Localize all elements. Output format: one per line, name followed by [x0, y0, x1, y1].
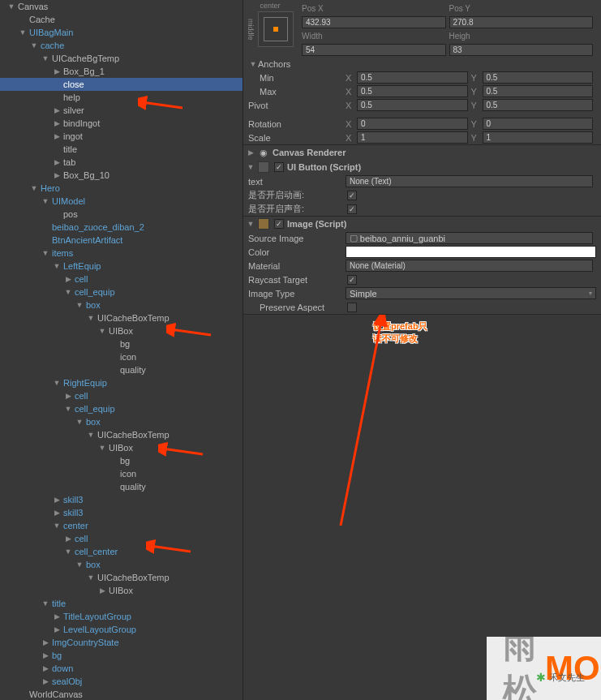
hierarchy-item[interactable]: pos — [0, 208, 243, 221]
hierarchy-item[interactable]: LevelLayoutGroup — [0, 623, 243, 636]
foldout-icon[interactable] — [52, 106, 62, 114]
hierarchy-item[interactable]: box — [0, 415, 243, 428]
foldout-icon[interactable] — [52, 612, 62, 621]
foldout-icon[interactable] — [86, 314, 96, 322]
hierarchy-item[interactable]: ImgCountryState — [0, 636, 243, 649]
hierarchy-item[interactable]: beibao_zuoce_diban_2 — [0, 221, 243, 234]
hierarchy-item[interactable]: UIBox — [0, 584, 243, 597]
hierarchy-item[interactable]: UICacheBoxTemp — [0, 428, 243, 441]
hierarchy-item[interactable]: icon — [0, 467, 243, 480]
foldout-icon[interactable] — [86, 431, 96, 439]
preserve-checkbox[interactable] — [347, 303, 357, 312]
posx-field[interactable]: 432.93 — [302, 16, 446, 28]
hierarchy-item[interactable]: cell — [0, 273, 243, 286]
hierarchy-item[interactable]: TitleLayoutGroup — [0, 610, 243, 623]
foldout-icon[interactable] — [52, 496, 62, 504]
pivot-x[interactable]: 0.5 — [357, 99, 468, 111]
foldout-icon[interactable] — [52, 379, 62, 387]
hierarchy-item[interactable]: bindIngot — [0, 117, 243, 130]
foldout-icon[interactable] — [63, 405, 73, 413]
material-field[interactable]: None (Material) — [346, 260, 593, 272]
hierarchy-item[interactable]: title — [0, 597, 243, 610]
foldout-icon[interactable] — [41, 677, 50, 685]
hierarchy-item[interactable]: UIModel — [0, 195, 243, 208]
anchor-min-y[interactable]: 0.5 — [483, 71, 594, 84]
posy-field[interactable]: 270.8 — [449, 16, 594, 28]
foldout-icon[interactable] — [6, 2, 16, 11]
hierarchy-item[interactable]: down — [0, 662, 243, 675]
foldout-icon[interactable] — [63, 392, 73, 400]
anchors-foldout[interactable] — [248, 60, 258, 68]
hierarchy-item[interactable]: title — [0, 143, 243, 156]
hierarchy-item[interactable]: Box_Bg_10 — [0, 169, 243, 182]
foldout-icon[interactable] — [75, 301, 84, 309]
width-field[interactable]: 54 — [302, 44, 446, 56]
hierarchy-item[interactable]: center — [0, 519, 243, 532]
hierarchy-item[interactable]: Canvas — [0, 0, 243, 13]
height-field[interactable]: 83 — [449, 44, 594, 56]
foldout-icon[interactable] — [18, 28, 28, 37]
rot-y[interactable]: 0 — [483, 118, 594, 130]
foldout-icon[interactable] — [29, 184, 39, 192]
foldout-icon[interactable] — [52, 132, 62, 140]
hierarchy-item[interactable]: WorldCanvas — [0, 688, 243, 700]
canvas-renderer-header[interactable]: ◉ Canvas Renderer — [243, 145, 601, 160]
foldout-icon[interactable] — [52, 119, 62, 127]
foldout-icon[interactable] — [52, 625, 62, 633]
foldout-icon[interactable] — [41, 651, 50, 659]
color-field[interactable] — [346, 246, 596, 258]
hierarchy-item[interactable]: Box_Bg_1 — [0, 65, 243, 78]
hierarchy-item[interactable]: silver — [0, 104, 243, 117]
foldout-icon[interactable] — [97, 586, 107, 595]
hierarchy-item[interactable]: UICacheBoxTemp — [0, 571, 243, 584]
hierarchy-item[interactable]: Hero — [0, 182, 243, 195]
foldout-icon[interactable] — [52, 158, 62, 166]
foldout-icon[interactable] — [75, 560, 84, 569]
foldout-icon[interactable] — [41, 54, 50, 62]
hierarchy-item[interactable]: UIBox — [0, 441, 243, 454]
pivot-y[interactable]: 0.5 — [483, 99, 594, 111]
hierarchy-panel[interactable]: CanvasCacheUIBagMaincacheUICacheBgTempBo… — [0, 0, 243, 700]
hierarchy-item[interactable]: icon — [0, 350, 243, 363]
foldout-icon[interactable] — [41, 664, 50, 672]
anchor-min-x[interactable]: 0.5 — [357, 71, 468, 84]
foldout-icon[interactable] — [75, 418, 84, 426]
hierarchy-item[interactable]: LeftEquip — [0, 260, 243, 273]
hierarchy-item[interactable]: skill3 — [0, 506, 243, 519]
text-field[interactable]: None (Text) — [346, 175, 593, 187]
hierarchy-item[interactable]: quality — [0, 363, 243, 376]
hierarchy-item[interactable]: bg — [0, 649, 243, 662]
foldout-icon[interactable] — [41, 599, 50, 608]
foldout-icon[interactable] — [29, 41, 39, 49]
foldout-icon[interactable] — [63, 275, 73, 283]
foldout-icon[interactable] — [86, 573, 96, 582]
ui-button-header[interactable]: ✓ UI Button (Script) — [243, 160, 601, 174]
sound-checkbox[interactable]: ✓ — [347, 204, 357, 214]
hierarchy-item[interactable]: cell_equip — [0, 402, 243, 415]
hierarchy-item[interactable]: Cache — [0, 13, 243, 26]
anchor-max-y[interactable]: 0.5 — [483, 85, 594, 97]
foldout-icon[interactable] — [52, 522, 62, 530]
hierarchy-item[interactable]: quality — [0, 480, 243, 493]
hierarchy-item[interactable]: UICacheBgTemp — [0, 52, 243, 65]
foldout-icon[interactable] — [52, 262, 62, 270]
raycast-checkbox[interactable]: ✓ — [347, 275, 357, 285]
hierarchy-item[interactable]: bg — [0, 454, 243, 467]
hierarchy-item[interactable]: cell — [0, 389, 243, 402]
anchor-max-x[interactable]: 0.5 — [357, 85, 468, 97]
hierarchy-item[interactable]: RightEquip — [0, 376, 243, 389]
hierarchy-item[interactable]: sealObj — [0, 675, 243, 688]
hierarchy-item[interactable]: items — [0, 247, 243, 260]
hierarchy-item[interactable]: UIBagMain — [0, 26, 243, 39]
hierarchy-item[interactable]: cell — [0, 532, 243, 545]
foldout-icon[interactable] — [97, 444, 107, 452]
uibutton-enabled-checkbox[interactable]: ✓ — [274, 162, 284, 172]
foldout-icon[interactable] — [41, 197, 50, 205]
foldout-icon[interactable] — [41, 249, 50, 257]
hierarchy-item[interactable]: close — [0, 78, 243, 91]
foldout-icon[interactable] — [63, 548, 73, 556]
hierarchy-item[interactable]: cell_center — [0, 545, 243, 558]
foldout-icon[interactable] — [41, 638, 50, 646]
scale-y[interactable]: 1 — [483, 131, 594, 144]
hierarchy-item[interactable]: BtnAncientArtifact — [0, 234, 243, 247]
